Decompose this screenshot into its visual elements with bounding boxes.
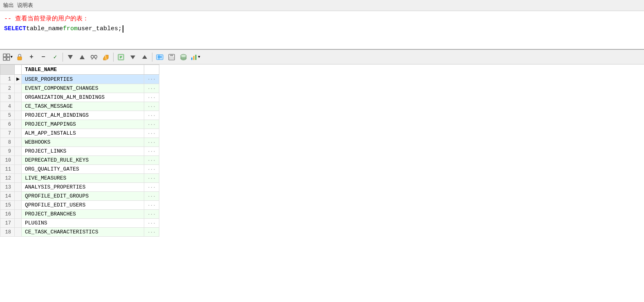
table-name-cell[interactable]: DEPRECATED_RULE_KEYS [22, 156, 144, 165]
describe-btn[interactable]: 说明表 [17, 2, 33, 9]
table-name-cell[interactable]: LIVE_MEASURES [22, 174, 144, 183]
row-ellipsis[interactable]: ··· [144, 174, 159, 183]
table-row[interactable]: 11ORG_QUALITY_GATES··· [0, 165, 159, 174]
export-btn[interactable] [178, 52, 189, 62]
table-row[interactable]: 13ANALYSIS_PROPERTIES··· [0, 183, 159, 192]
table-row[interactable]: 18CE_TASK_CHARACTERISTICS··· [0, 228, 159, 237]
row-indicator-cell [15, 165, 22, 174]
row-ellipsis[interactable]: ··· [144, 228, 159, 237]
row-ellipsis[interactable]: ··· [144, 111, 159, 120]
table-row[interactable]: 7ALM_APP_INSTALLS··· [0, 129, 159, 138]
nav-up-btn[interactable] [139, 52, 150, 62]
table-name-cell[interactable]: CE_TASK_CHARACTERISTICS [22, 228, 144, 237]
table-name-cell[interactable]: QPROFILE_EDIT_GROUPS [22, 192, 144, 201]
search-btn[interactable] [89, 52, 99, 62]
grid-view-btn[interactable]: ▼ [2, 52, 13, 62]
row-ellipsis[interactable]: ··· [144, 75, 159, 84]
table-row[interactable]: 4CE_TASK_MESSAGE··· [0, 102, 159, 111]
filter-desc-btn[interactable] [65, 52, 76, 62]
row-ellipsis[interactable]: ··· [144, 219, 159, 228]
add-row-btn[interactable]: + [26, 52, 37, 62]
indicator-header [15, 65, 22, 75]
row-number: 10 [0, 156, 15, 165]
row-indicator-cell [15, 102, 22, 111]
row-ellipsis[interactable]: ··· [144, 93, 159, 102]
table-name-cell[interactable]: CE_TASK_MESSAGE [22, 102, 144, 111]
table-name-header[interactable]: TABLE_NAME [22, 65, 144, 75]
lock-btn[interactable] [14, 52, 25, 62]
nav-down-btn[interactable] [127, 52, 138, 62]
sql-query-line: SELECT table_name from user_tables; [4, 24, 640, 34]
row-ellipsis[interactable]: ··· [144, 102, 159, 111]
svg-rect-30 [170, 54, 173, 56]
chart-btn[interactable]: ▼ [190, 52, 201, 62]
table-name-cell[interactable]: PROJECT_LINKS [22, 147, 144, 156]
table-row[interactable]: 16PROJECT_BRANCHES··· [0, 210, 159, 219]
table-name-cell[interactable]: PROJECT_ALM_BINDINGS [22, 111, 144, 120]
row-ellipsis[interactable]: ··· [144, 129, 159, 138]
chart-dropdown-arrow: ▼ [198, 55, 200, 59]
row-ellipsis[interactable]: ··· [144, 138, 159, 147]
row-indicator-cell: ► [15, 75, 22, 84]
output-btn[interactable]: 输出 [3, 2, 14, 9]
row-ellipsis[interactable]: ··· [144, 84, 159, 93]
table-row[interactable]: 6PROJECT_MAPPINGS··· [0, 120, 159, 129]
row-ellipsis[interactable]: ··· [144, 201, 159, 210]
table-name-cell[interactable]: QPROFILE_EDIT_USERS [22, 201, 144, 210]
table-name-cell[interactable]: ORGANIZATION_ALM_BINDINGS [22, 93, 144, 102]
table-row[interactable]: 1►USER_PROPERTIES··· [0, 75, 159, 84]
table-row[interactable]: 17PLUGINS··· [0, 219, 159, 228]
table-row[interactable]: 9PROJECT_LINKS··· [0, 147, 159, 156]
sort-asc-icon [78, 53, 86, 61]
save-btn[interactable] [166, 52, 177, 62]
table-row[interactable]: 8WEBHOOKS··· [0, 138, 159, 147]
row-indicator-cell [15, 183, 22, 192]
results-table: TABLE_NAME 1►USER_PROPERTIES···2EVENT_CO… [0, 64, 159, 237]
ellipsis-header [144, 65, 159, 75]
row-number: 18 [0, 228, 15, 237]
refresh-btn[interactable] [116, 52, 126, 62]
table-name-cell[interactable]: WEBHOOKS [22, 138, 144, 147]
table-name-cell[interactable]: PROJECT_MAPPINGS [22, 120, 144, 129]
row-number: 4 [0, 102, 15, 111]
table-row[interactable]: 5PROJECT_ALM_BINDINGS··· [0, 111, 159, 120]
table-name-cell[interactable]: USER_PROPERTIES [22, 75, 144, 84]
sql-editor[interactable]: -- 查看当前登录的用户的表： SELECT table_name from u… [0, 11, 644, 50]
sql-column-name: table_name [26, 24, 63, 34]
table-row[interactable]: 14QPROFILE_EDIT_GROUPS··· [0, 192, 159, 201]
row-number: 5 [0, 111, 15, 120]
sql-select-keyword: SELECT [4, 24, 26, 34]
remove-row-btn[interactable]: − [38, 52, 49, 62]
svg-point-34 [181, 54, 186, 58]
eraser-icon [102, 53, 110, 61]
connect-btn[interactable] [154, 52, 165, 62]
row-ellipsis[interactable]: ··· [144, 183, 159, 192]
results-area[interactable]: TABLE_NAME 1►USER_PROPERTIES···2EVENT_CO… [0, 64, 644, 302]
table-row[interactable]: 3ORGANIZATION_ALM_BINDINGS··· [0, 93, 159, 102]
row-ellipsis[interactable]: ··· [144, 120, 159, 129]
table-row[interactable]: 10DEPRECATED_RULE_KEYS··· [0, 156, 159, 165]
clear-filter-btn[interactable] [101, 52, 111, 62]
table-name-cell[interactable]: ANALYSIS_PROPERTIES [22, 183, 144, 192]
row-ellipsis[interactable]: ··· [144, 156, 159, 165]
table-row[interactable]: 2EVENT_COMPONENT_CHANGES··· [0, 84, 159, 93]
svg-rect-36 [193, 56, 195, 60]
svg-point-11 [91, 55, 94, 58]
table-name-cell[interactable]: ALM_APP_INSTALLS [22, 129, 144, 138]
sep3 [152, 53, 152, 62]
row-ellipsis[interactable]: ··· [144, 165, 159, 174]
table-name-cell[interactable]: EVENT_COMPONENT_CHANGES [22, 84, 144, 93]
svg-rect-2 [3, 57, 6, 60]
filter-asc-btn[interactable] [77, 52, 87, 62]
table-name-cell[interactable]: ORG_QUALITY_GATES [22, 165, 144, 174]
table-row[interactable]: 15QPROFILE_EDIT_USERS··· [0, 201, 159, 210]
table-name-cell[interactable]: PROJECT_BRANCHES [22, 210, 144, 219]
row-ellipsis[interactable]: ··· [144, 147, 159, 156]
table-row[interactable]: 12LIVE_MEASURES··· [0, 174, 159, 183]
row-ellipsis[interactable]: ··· [144, 192, 159, 201]
row-ellipsis[interactable]: ··· [144, 210, 159, 219]
table-name-cell[interactable]: PLUGINS [22, 219, 144, 228]
nav-up-icon [141, 53, 148, 61]
confirm-btn[interactable]: ✓ [50, 52, 60, 62]
row-number: 9 [0, 147, 15, 156]
